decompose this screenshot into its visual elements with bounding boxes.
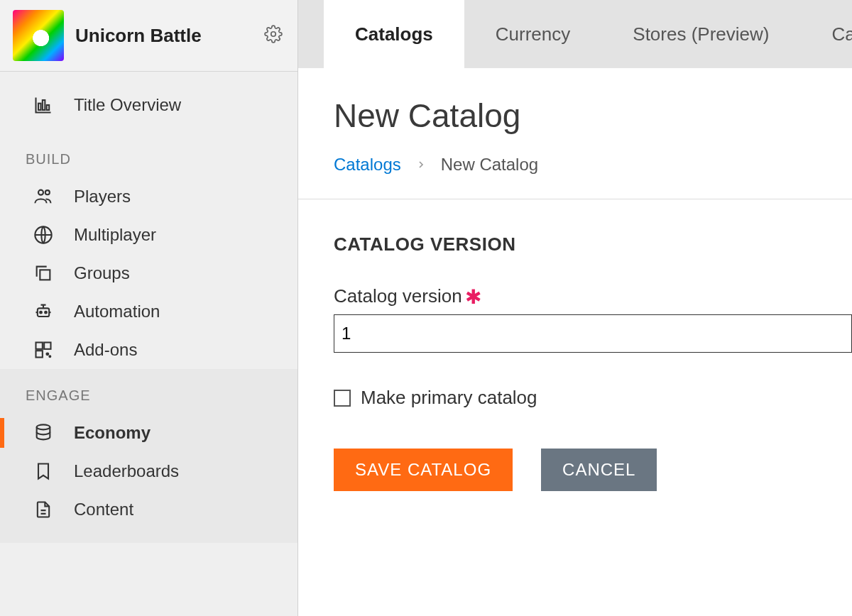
users-icon bbox=[33, 186, 54, 207]
tab-label: Cata bbox=[831, 23, 852, 45]
bar-chart-icon bbox=[33, 94, 54, 116]
sidebar-item-automation[interactable]: Automation bbox=[0, 292, 297, 331]
sidebar-item-content[interactable]: Content bbox=[0, 490, 297, 529]
tab-bar: Catalogs Currency Stores (Preview) Cata bbox=[298, 0, 852, 68]
svg-rect-13 bbox=[36, 351, 43, 357]
sidebar-item-label: Multiplayer bbox=[74, 225, 156, 245]
bookmark-icon bbox=[33, 461, 54, 482]
label-text: Catalog version bbox=[334, 285, 462, 307]
svg-point-9 bbox=[40, 312, 42, 314]
sidebar-item-label: Players bbox=[74, 187, 131, 207]
section-heading: CATALOG VERSION bbox=[334, 233, 852, 255]
sidebar-section-build: BUILD bbox=[0, 133, 297, 177]
svg-point-14 bbox=[46, 353, 48, 355]
svg-rect-11 bbox=[36, 343, 43, 349]
copy-icon bbox=[33, 263, 54, 284]
svg-point-4 bbox=[38, 190, 43, 195]
make-primary-checkbox-row[interactable]: Make primary catalog bbox=[334, 387, 852, 409]
sidebar-item-leaderboards[interactable]: Leaderboards bbox=[0, 452, 297, 490]
tab-stores-preview[interactable]: Stores (Preview) bbox=[601, 0, 800, 68]
sidebar-item-label: Add-ons bbox=[74, 340, 137, 360]
svg-point-15 bbox=[49, 356, 50, 357]
sidebar-item-label: Title Overview bbox=[74, 95, 181, 115]
sidebar-header: Unicorn Battle bbox=[0, 0, 297, 72]
sidebar-item-groups[interactable]: Groups bbox=[0, 254, 297, 292]
file-icon bbox=[33, 499, 54, 520]
sidebar-item-label: Economy bbox=[74, 423, 151, 443]
app-root: Unicorn Battle Title Overview BUILD bbox=[0, 0, 852, 616]
sidebar-item-label: Groups bbox=[74, 263, 130, 283]
app-title: Unicorn Battle bbox=[75, 25, 252, 47]
sidebar-item-players[interactable]: Players bbox=[0, 177, 297, 216]
page-title: New Catalog bbox=[334, 97, 852, 135]
breadcrumb: Catalogs New Catalog bbox=[334, 155, 852, 175]
gear-icon bbox=[264, 25, 283, 46]
catalog-version-input[interactable] bbox=[334, 314, 852, 353]
sidebar: Unicorn Battle Title Overview BUILD bbox=[0, 0, 298, 616]
sidebar-item-economy[interactable]: Economy bbox=[0, 414, 297, 452]
breadcrumb-current: New Catalog bbox=[441, 155, 538, 175]
field-catalog-version: Catalog version✱ bbox=[334, 284, 852, 353]
action-buttons: SAVE CATALOG CANCEL bbox=[334, 449, 852, 491]
svg-rect-2 bbox=[43, 100, 45, 110]
svg-rect-12 bbox=[44, 343, 50, 349]
tab-currency[interactable]: Currency bbox=[464, 0, 601, 68]
app-logo bbox=[13, 10, 64, 61]
cancel-button[interactable]: CANCEL bbox=[541, 449, 657, 491]
svg-rect-7 bbox=[40, 270, 50, 280]
tab-cata-truncated[interactable]: Cata bbox=[800, 0, 852, 68]
save-catalog-button[interactable]: SAVE CATALOG bbox=[334, 449, 513, 491]
grid-icon bbox=[33, 339, 54, 361]
checkbox-label: Make primary catalog bbox=[361, 387, 537, 409]
tab-catalogs[interactable]: Catalogs bbox=[324, 0, 464, 68]
sidebar-nav: Title Overview BUILD Players Multiplayer bbox=[0, 72, 297, 543]
divider bbox=[298, 199, 852, 199]
checkbox-icon[interactable] bbox=[334, 390, 351, 407]
tab-label: Currency bbox=[496, 23, 570, 45]
tab-label: Stores (Preview) bbox=[633, 23, 769, 45]
svg-point-5 bbox=[45, 190, 50, 194]
sidebar-engage-block: ENGAGE Economy Leaderboards bbox=[0, 369, 297, 543]
sidebar-item-title-overview[interactable]: Title Overview bbox=[0, 77, 297, 133]
breadcrumb-parent-link[interactable]: Catalogs bbox=[334, 155, 401, 175]
settings-button[interactable] bbox=[263, 26, 283, 45]
svg-rect-1 bbox=[38, 104, 41, 110]
robot-icon bbox=[33, 301, 54, 322]
sidebar-item-addons[interactable]: Add-ons bbox=[0, 331, 297, 369]
chevron-right-icon bbox=[415, 155, 427, 175]
svg-point-16 bbox=[37, 424, 50, 429]
page-body: New Catalog Catalogs New Catalog CATALOG… bbox=[298, 68, 852, 491]
required-icon: ✱ bbox=[465, 286, 481, 308]
sidebar-item-multiplayer[interactable]: Multiplayer bbox=[0, 216, 297, 254]
sidebar-item-label: Automation bbox=[74, 302, 160, 321]
field-label-catalog-version: Catalog version✱ bbox=[334, 284, 852, 307]
tab-label: Catalogs bbox=[355, 23, 433, 45]
svg-point-0 bbox=[271, 32, 276, 37]
database-icon bbox=[33, 422, 54, 444]
sidebar-item-label: Leaderboards bbox=[74, 461, 179, 481]
main-content: Catalogs Currency Stores (Preview) Cata … bbox=[298, 0, 852, 616]
globe-icon bbox=[33, 224, 54, 246]
sidebar-item-label: Content bbox=[74, 500, 133, 519]
sidebar-section-engage: ENGAGE bbox=[0, 369, 297, 414]
svg-rect-3 bbox=[47, 105, 50, 110]
svg-point-10 bbox=[45, 312, 47, 314]
